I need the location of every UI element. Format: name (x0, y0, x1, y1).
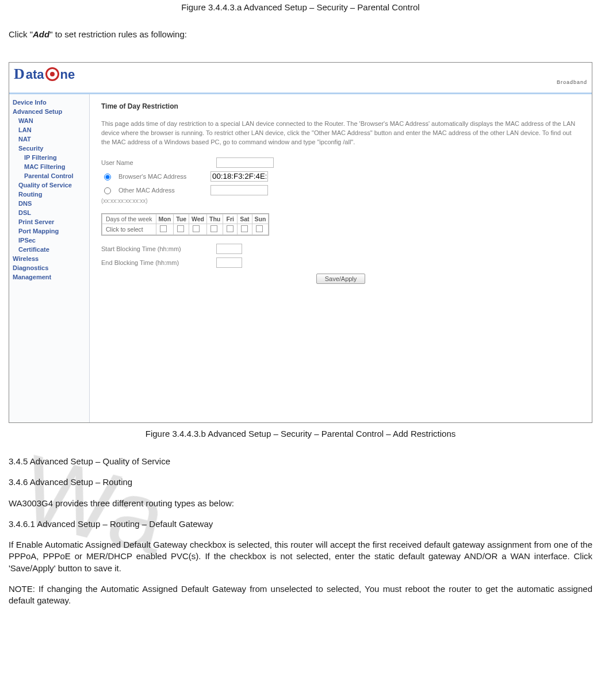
day-sat: Sat (238, 214, 252, 224)
document-body: 3.4.5 Advanced Setup – Quality of Servic… (9, 456, 592, 606)
heading-346: 3.4.6 Advanced Setup – Routing (9, 476, 592, 488)
chk-sat[interactable] (241, 225, 248, 232)
heading-345: 3.4.5 Advanced Setup – Quality of Servic… (9, 456, 592, 467)
heading-3461: 3.4.6.1 Advanced Setup – Routing – Defau… (9, 518, 592, 530)
other-mac-label: Other MAC Address (118, 187, 205, 194)
end-time-label: End Blocking Time (hh:mm) (101, 259, 210, 266)
content-pane: Time of Day Restriction This page adds t… (90, 94, 592, 422)
sidebar-item-18[interactable]: Diagnostics (12, 263, 87, 272)
days-header-label: Days of the week (102, 214, 156, 224)
figure-caption-b: Figure 3.4.4.3.b Advanced Setup – Securi… (9, 429, 592, 439)
chk-sun[interactable] (256, 225, 263, 232)
day-fri: Fri (223, 214, 238, 224)
save-apply-button[interactable]: Save/Apply (316, 274, 366, 284)
click-to-select-label: Click to select (102, 224, 156, 234)
page-title: Time of Day Restriction (101, 102, 580, 110)
sidebar-item-8[interactable]: Parental Control (12, 171, 87, 180)
days-table: Days of the week Mon Tue Wed Thu Fri Sat… (101, 213, 269, 236)
sidebar-item-1[interactable]: Advanced Setup (12, 107, 87, 116)
sidebar-item-10[interactable]: Routing (12, 190, 87, 199)
chk-fri[interactable] (227, 225, 233, 232)
logo-ne: ne (60, 67, 75, 82)
sidebar-item-11[interactable]: DNS (12, 199, 87, 208)
browser-mac-radio[interactable] (104, 174, 111, 180)
other-mac-radio[interactable] (104, 187, 111, 194)
chk-thu[interactable] (210, 225, 217, 232)
chk-mon[interactable] (160, 225, 167, 232)
logo-bar: D ata ne Broadband (9, 63, 592, 94)
intro-suffix: " to set restriction rules as following: (49, 29, 187, 39)
start-time-input[interactable] (216, 244, 242, 254)
username-label: User Name (101, 159, 210, 166)
intro-text: Click "Add" to set restriction rules as … (9, 29, 592, 39)
sidebar-nav: Device InfoAdvanced SetupWANLANNATSecuri… (9, 94, 90, 422)
logo-ata: ata (26, 67, 44, 82)
username-input[interactable] (216, 157, 274, 168)
browser-mac-label: Browser's MAC Address (118, 173, 205, 180)
sidebar-item-19[interactable]: Management (12, 272, 87, 282)
start-time-label: Start Blocking Time (hh:mm) (101, 245, 210, 252)
sidebar-item-12[interactable]: DSL (12, 208, 87, 217)
sidebar-item-2[interactable]: WAN (12, 116, 87, 125)
day-mon: Mon (156, 214, 174, 224)
page-description: This page adds time of day restriction t… (101, 120, 580, 147)
sidebar-item-4[interactable]: NAT (12, 134, 87, 144)
apply-row: Save/Apply (101, 274, 580, 284)
row-other-mac: Other MAC Address (101, 185, 580, 195)
other-mac-input[interactable] (210, 185, 268, 195)
chk-wed[interactable] (193, 225, 200, 232)
intro-add: Add (33, 29, 49, 39)
browser-mac-input[interactable] (210, 171, 268, 182)
day-wed: Wed (189, 214, 207, 224)
default-gateway-text: If Enable Automatic Assigned Default Gat… (9, 539, 592, 574)
note-text: NOTE: If changing the Automatic Assigned… (9, 583, 592, 607)
sidebar-item-15[interactable]: IPSec (12, 236, 87, 245)
sidebar-item-5[interactable]: Security (12, 144, 87, 153)
sidebar-item-14[interactable]: Port Mapping (12, 226, 87, 236)
end-time-input[interactable] (216, 257, 242, 268)
row-username: User Name (101, 157, 580, 168)
sidebar-item-6[interactable]: IP Filtering (12, 153, 87, 162)
row-start-time: Start Blocking Time (hh:mm) (101, 244, 580, 254)
intro-prefix: Click " (9, 29, 33, 39)
routing-intro: WA3003G4 provides three different routin… (9, 498, 592, 509)
day-sun: Sun (252, 214, 269, 224)
logo-swirl-icon (45, 67, 59, 81)
day-tue: Tue (174, 214, 189, 224)
sidebar-item-13[interactable]: Print Server (12, 217, 87, 226)
sidebar-item-7[interactable]: MAC Filtering (12, 162, 87, 171)
logo-d: D (14, 66, 25, 83)
row-end-time: End Blocking Time (hh:mm) (101, 257, 580, 268)
sidebar-item-16[interactable]: Certificate (12, 245, 87, 254)
logo-tagline: Broadband (48, 79, 587, 85)
router-screenshot: D ata ne Broadband Device InfoAdvanced S… (9, 62, 592, 423)
sidebar-item-17[interactable]: Wireless (12, 254, 87, 263)
figure-caption-a: Figure 3.4.4.3.a Advanced Setup – Securi… (9, 2, 592, 12)
chk-tue[interactable] (177, 225, 184, 232)
sidebar-item-3[interactable]: LAN (12, 125, 87, 134)
other-mac-hint: (xx:xx:xx:xx:xx:xx) (101, 198, 580, 204)
row-browser-mac: Browser's MAC Address (101, 171, 580, 182)
day-thu: Thu (207, 214, 223, 224)
sidebar-item-9[interactable]: Quality of Service (12, 180, 87, 190)
sidebar-item-0[interactable]: Device Info (12, 98, 87, 107)
